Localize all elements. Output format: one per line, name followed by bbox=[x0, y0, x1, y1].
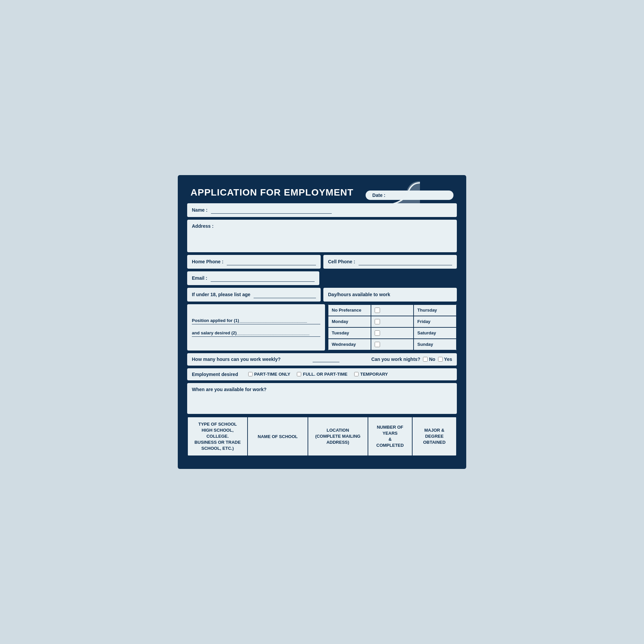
edu-col5-line3: OBTAINED bbox=[423, 439, 445, 445]
emp-full-or-part-checkbox[interactable] bbox=[297, 372, 301, 376]
edu-col4-line4: COMPLETED bbox=[376, 442, 404, 448]
edu-col5-line1: MAJOR & bbox=[424, 427, 444, 433]
schedule-grid: No Preferance Thursday Monday Friday Tue… bbox=[328, 304, 457, 351]
education-table: TYPE OF SCHOOL High School, College. Bus… bbox=[187, 417, 457, 457]
available-input[interactable] bbox=[192, 392, 452, 409]
home-phone-row: Home Phone : bbox=[187, 255, 321, 269]
edu-col5-line2: DEGREE bbox=[425, 433, 443, 439]
day-hours-row: Day/hours available to work bbox=[323, 288, 457, 302]
schedule-tuesday-check[interactable] bbox=[371, 327, 414, 339]
name-input[interactable] bbox=[211, 207, 332, 214]
edu-col-years: NUMBER OF YEARS & COMPLETED bbox=[368, 417, 413, 456]
edu-col4-line1: NUMBER OF bbox=[377, 424, 403, 430]
schedule-wednesday: Wednesday bbox=[328, 339, 371, 350]
emp-part-time-label: PART-TIME ONLY bbox=[254, 372, 290, 377]
date-label: Date : bbox=[372, 193, 385, 198]
address-row: Address : bbox=[187, 220, 457, 252]
hours-input[interactable] bbox=[313, 357, 339, 362]
nights-yes-label: Yes bbox=[444, 357, 452, 362]
employment-row: Employment desired PART-TIME ONLY FULL. … bbox=[187, 368, 457, 380]
edu-col-school-type: TYPE OF SCHOOL High School, College. Bus… bbox=[188, 417, 248, 456]
cell-phone-row: Cell Phone : bbox=[323, 255, 457, 269]
age-dayhours-row: If under 18, please list age Day/hours a… bbox=[187, 288, 457, 302]
name-row: Name : bbox=[187, 203, 457, 217]
schedule-monday-check[interactable] bbox=[371, 316, 414, 327]
emp-part-time-checkbox[interactable] bbox=[248, 372, 253, 376]
edu-col3-line1: LOCATION bbox=[327, 427, 349, 433]
edu-col1-line3: Business or Trade bbox=[195, 439, 241, 445]
edu-col-school-name: NAME OF SCHOOL bbox=[248, 417, 308, 456]
edu-col1-line1: TYPE OF SCHOOL bbox=[198, 421, 237, 427]
schedule-saturday: Saturday bbox=[414, 327, 457, 339]
edu-col4-line3: & bbox=[388, 436, 391, 442]
address-input[interactable] bbox=[192, 229, 452, 248]
email-row: Email : bbox=[187, 271, 319, 285]
email-label: Email : bbox=[192, 275, 207, 281]
edu-col-degree: MAJOR & DEGREE OBTAINED bbox=[413, 417, 456, 456]
nights-section: Can you work nights? No Yes bbox=[371, 357, 452, 362]
home-phone-label: Home Phone : bbox=[192, 259, 223, 264]
form-body: Name : Address : Home Phone : Cell Phone… bbox=[184, 203, 460, 463]
edu-col4-line2: YEARS bbox=[382, 430, 397, 436]
header-section: APPLICATION FOR EMPLOYMENT Date : bbox=[184, 181, 460, 203]
emp-temporary-checkbox[interactable] bbox=[354, 372, 359, 376]
position-line1: Position applied for (1)________________… bbox=[192, 318, 320, 324]
home-phone-input[interactable] bbox=[227, 258, 316, 265]
edu-col-location: LOCATION (Complete mailing address) bbox=[308, 417, 368, 456]
app-title: APPLICATION FOR EMPLOYMENT bbox=[191, 187, 354, 198]
edu-col3-line2: (Complete mailing address) bbox=[312, 433, 364, 445]
address-label: Address : bbox=[192, 223, 214, 229]
nights-no-checkbox[interactable] bbox=[423, 357, 428, 362]
header-curve-decoration bbox=[390, 181, 420, 205]
nights-label: Can you work nights? bbox=[371, 357, 420, 362]
schedule-friday: Friday bbox=[414, 316, 457, 327]
name-label: Name : bbox=[192, 207, 208, 213]
edu-col1-line4: School, etc.) bbox=[201, 445, 234, 451]
position-schedule-section: Position applied for (1)________________… bbox=[187, 304, 457, 351]
schedule-tuesday: Tuesday bbox=[328, 327, 371, 339]
schedule-wednesday-check[interactable] bbox=[371, 339, 414, 350]
schedule-thursday: Thursday bbox=[414, 305, 457, 316]
under18-input[interactable] bbox=[254, 291, 316, 298]
available-label: When are you available for work? bbox=[192, 387, 267, 392]
position-line2: and salary desired (2)__________________… bbox=[192, 330, 320, 337]
email-input[interactable] bbox=[211, 275, 315, 282]
schedule-monday: Monday bbox=[328, 316, 371, 327]
schedule-no-preference: No Preferance bbox=[328, 305, 371, 316]
nights-no-group: No bbox=[423, 357, 435, 362]
available-box: When are you available for work? bbox=[187, 383, 457, 414]
schedule-sunday: Sunday bbox=[414, 339, 457, 350]
nights-yes-group: Yes bbox=[438, 357, 452, 362]
edu-col1-line2: High School, College. bbox=[191, 427, 244, 439]
hours-label: How many hours can you work weekly? bbox=[192, 357, 281, 362]
under18-label: If under 18, please list age bbox=[192, 292, 250, 297]
emp-part-time-option: PART-TIME ONLY bbox=[248, 372, 290, 377]
emp-full-or-part-label: FULL. OR PART-TIME bbox=[303, 372, 347, 377]
cell-phone-label: Cell Phone : bbox=[328, 259, 355, 264]
page-wrapper: APPLICATION FOR EMPLOYMENT Date : Name :… bbox=[178, 175, 466, 469]
emp-full-or-part-option: FULL. OR PART-TIME bbox=[297, 372, 347, 377]
hours-nights-row: How many hours can you work weekly? Can … bbox=[187, 353, 457, 366]
schedule-no-preference-check[interactable] bbox=[371, 305, 414, 316]
emp-temporary-option: TEMPORARY bbox=[354, 372, 388, 377]
nights-no-label: No bbox=[429, 357, 435, 362]
position-box: Position applied for (1)________________… bbox=[187, 304, 325, 351]
employment-label: Employment desired bbox=[192, 372, 238, 377]
day-hours-label: Day/hours available to work bbox=[328, 292, 390, 297]
phone-row: Home Phone : Cell Phone : bbox=[187, 255, 457, 269]
cell-phone-input[interactable] bbox=[359, 258, 452, 265]
emp-temporary-label: TEMPORARY bbox=[360, 372, 388, 377]
nights-yes-checkbox[interactable] bbox=[438, 357, 443, 362]
under18-row: If under 18, please list age bbox=[187, 288, 321, 302]
